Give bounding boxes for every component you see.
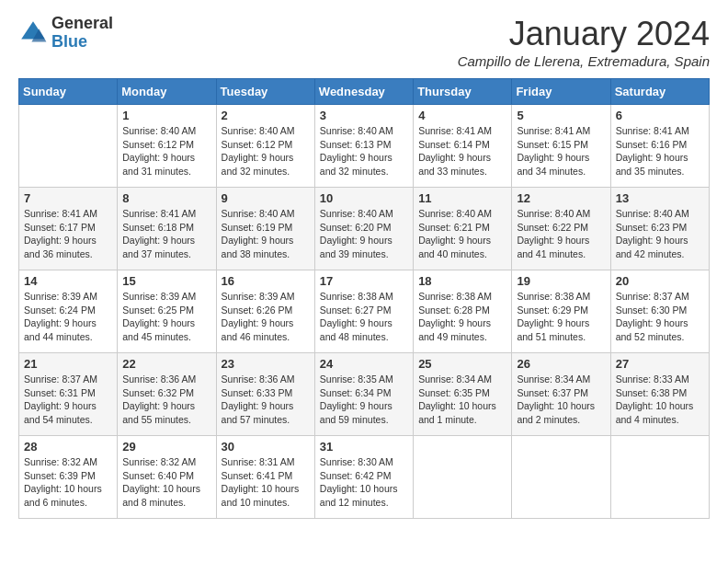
day-cell: 10Sunrise: 8:40 AMSunset: 6:20 PMDayligh… xyxy=(314,188,413,270)
day-number: 4 xyxy=(418,109,506,122)
day-cell: 7Sunrise: 8:41 AMSunset: 6:17 PMDaylight… xyxy=(19,188,118,270)
day-cell xyxy=(414,436,512,519)
day-info: Sunrise: 8:39 AMSunset: 6:25 PMDaylight:… xyxy=(122,290,210,344)
day-number: 29 xyxy=(122,440,210,454)
col-header-wednesday: Wednesday xyxy=(314,79,413,105)
day-number: 25 xyxy=(418,357,506,371)
day-number: 16 xyxy=(222,274,310,288)
day-number: 10 xyxy=(320,191,408,205)
day-info: Sunrise: 8:40 AMSunset: 6:22 PMDaylight:… xyxy=(517,207,605,261)
day-info: Sunrise: 8:33 AMSunset: 6:38 PMDaylight:… xyxy=(616,373,704,427)
day-info: Sunrise: 8:40 AMSunset: 6:13 PMDaylight:… xyxy=(320,124,408,178)
day-cell: 16Sunrise: 8:39 AMSunset: 6:26 PMDayligh… xyxy=(216,270,314,353)
day-info: Sunrise: 8:40 AMSunset: 6:12 PMDaylight:… xyxy=(122,124,210,178)
day-number: 2 xyxy=(222,109,310,122)
day-number: 24 xyxy=(320,357,408,371)
day-info: Sunrise: 8:41 AMSunset: 6:14 PMDaylight:… xyxy=(418,124,506,178)
day-info: Sunrise: 8:39 AMSunset: 6:24 PMDaylight:… xyxy=(24,290,112,344)
logo-general-text: General xyxy=(51,15,113,33)
day-info: Sunrise: 8:40 AMSunset: 6:19 PMDaylight:… xyxy=(222,207,310,261)
week-row-5: 28Sunrise: 8:32 AMSunset: 6:39 PMDayligh… xyxy=(19,436,710,519)
day-number: 13 xyxy=(616,191,704,205)
day-number: 9 xyxy=(222,191,310,205)
day-number: 30 xyxy=(222,440,310,454)
day-cell: 21Sunrise: 8:37 AMSunset: 6:31 PMDayligh… xyxy=(19,353,118,436)
day-number: 21 xyxy=(24,357,112,371)
day-info: Sunrise: 8:40 AMSunset: 6:12 PMDaylight:… xyxy=(222,124,310,178)
col-header-tuesday: Tuesday xyxy=(216,79,314,105)
col-header-sunday: Sunday xyxy=(19,79,118,105)
day-cell: 3Sunrise: 8:40 AMSunset: 6:13 PMDaylight… xyxy=(314,105,413,188)
day-info: Sunrise: 8:34 AMSunset: 6:37 PMDaylight:… xyxy=(517,373,605,427)
day-number: 31 xyxy=(320,440,408,454)
day-cell: 17Sunrise: 8:38 AMSunset: 6:27 PMDayligh… xyxy=(314,270,413,353)
header: General Blue January 2024 Campillo de Ll… xyxy=(18,15,710,69)
col-header-thursday: Thursday xyxy=(414,79,512,105)
day-number: 19 xyxy=(517,274,605,288)
day-info: Sunrise: 8:34 AMSunset: 6:35 PMDaylight:… xyxy=(418,373,506,427)
day-cell: 8Sunrise: 8:41 AMSunset: 6:18 PMDaylight… xyxy=(118,188,216,270)
day-number: 6 xyxy=(616,109,704,122)
day-cell xyxy=(610,436,709,519)
day-cell: 1Sunrise: 8:40 AMSunset: 6:12 PMDaylight… xyxy=(118,105,216,188)
day-cell: 19Sunrise: 8:38 AMSunset: 6:29 PMDayligh… xyxy=(512,270,610,353)
day-cell: 14Sunrise: 8:39 AMSunset: 6:24 PMDayligh… xyxy=(19,270,118,353)
day-number: 22 xyxy=(122,357,210,371)
logo: General Blue xyxy=(18,15,113,52)
day-number: 14 xyxy=(24,274,112,288)
location-subtitle: Campillo de Llerena, Extremadura, Spain xyxy=(458,53,710,69)
logo-blue-text: Blue xyxy=(51,33,113,52)
day-info: Sunrise: 8:41 AMSunset: 6:18 PMDaylight:… xyxy=(122,207,210,261)
day-cell: 15Sunrise: 8:39 AMSunset: 6:25 PMDayligh… xyxy=(118,270,216,353)
day-cell: 25Sunrise: 8:34 AMSunset: 6:35 PMDayligh… xyxy=(414,353,512,436)
day-info: Sunrise: 8:30 AMSunset: 6:42 PMDaylight:… xyxy=(320,455,408,510)
day-cell: 6Sunrise: 8:41 AMSunset: 6:16 PMDaylight… xyxy=(610,105,709,188)
day-cell: 23Sunrise: 8:36 AMSunset: 6:33 PMDayligh… xyxy=(216,353,314,436)
day-info: Sunrise: 8:37 AMSunset: 6:31 PMDaylight:… xyxy=(24,373,112,427)
day-number: 18 xyxy=(418,274,506,288)
day-info: Sunrise: 8:40 AMSunset: 6:23 PMDaylight:… xyxy=(616,207,704,261)
day-info: Sunrise: 8:36 AMSunset: 6:32 PMDaylight:… xyxy=(122,373,210,427)
day-info: Sunrise: 8:32 AMSunset: 6:39 PMDaylight:… xyxy=(24,455,112,510)
col-header-friday: Friday xyxy=(512,79,610,105)
day-cell xyxy=(19,105,118,188)
day-cell: 22Sunrise: 8:36 AMSunset: 6:32 PMDayligh… xyxy=(118,353,216,436)
day-info: Sunrise: 8:35 AMSunset: 6:34 PMDaylight:… xyxy=(320,373,408,427)
title-area: January 2024 Campillo de Llerena, Extrem… xyxy=(458,15,710,69)
day-cell: 18Sunrise: 8:38 AMSunset: 6:28 PMDayligh… xyxy=(414,270,512,353)
day-cell: 2Sunrise: 8:40 AMSunset: 6:12 PMDaylight… xyxy=(216,105,314,188)
day-number: 28 xyxy=(24,440,112,454)
day-cell: 29Sunrise: 8:32 AMSunset: 6:40 PMDayligh… xyxy=(118,436,216,519)
day-cell: 27Sunrise: 8:33 AMSunset: 6:38 PMDayligh… xyxy=(610,353,709,436)
day-info: Sunrise: 8:40 AMSunset: 6:20 PMDaylight:… xyxy=(320,207,408,261)
day-number: 1 xyxy=(122,109,210,122)
week-row-2: 7Sunrise: 8:41 AMSunset: 6:17 PMDaylight… xyxy=(19,188,710,270)
logo-icon xyxy=(18,18,48,48)
day-number: 3 xyxy=(320,109,408,122)
day-number: 7 xyxy=(24,191,112,205)
day-info: Sunrise: 8:32 AMSunset: 6:40 PMDaylight:… xyxy=(122,455,210,510)
day-cell: 4Sunrise: 8:41 AMSunset: 6:14 PMDaylight… xyxy=(414,105,512,188)
day-cell: 30Sunrise: 8:31 AMSunset: 6:41 PMDayligh… xyxy=(216,436,314,519)
col-header-saturday: Saturday xyxy=(610,79,709,105)
month-title: January 2024 xyxy=(458,15,710,53)
day-number: 5 xyxy=(517,109,605,122)
day-cell: 5Sunrise: 8:41 AMSunset: 6:15 PMDaylight… xyxy=(512,105,610,188)
day-number: 17 xyxy=(320,274,408,288)
day-number: 11 xyxy=(418,191,506,205)
col-header-monday: Monday xyxy=(118,79,216,105)
day-info: Sunrise: 8:38 AMSunset: 6:28 PMDaylight:… xyxy=(418,290,506,344)
day-info: Sunrise: 8:40 AMSunset: 6:21 PMDaylight:… xyxy=(418,207,506,261)
week-row-1: 1Sunrise: 8:40 AMSunset: 6:12 PMDaylight… xyxy=(19,105,710,188)
day-number: 12 xyxy=(517,191,605,205)
day-cell: 24Sunrise: 8:35 AMSunset: 6:34 PMDayligh… xyxy=(314,353,413,436)
day-number: 15 xyxy=(122,274,210,288)
day-cell: 20Sunrise: 8:37 AMSunset: 6:30 PMDayligh… xyxy=(610,270,709,353)
day-cell: 26Sunrise: 8:34 AMSunset: 6:37 PMDayligh… xyxy=(512,353,610,436)
day-number: 27 xyxy=(616,357,704,371)
day-info: Sunrise: 8:39 AMSunset: 6:26 PMDaylight:… xyxy=(222,290,310,344)
day-cell: 31Sunrise: 8:30 AMSunset: 6:42 PMDayligh… xyxy=(314,436,413,519)
day-cell: 9Sunrise: 8:40 AMSunset: 6:19 PMDaylight… xyxy=(216,188,314,270)
day-cell xyxy=(512,436,610,519)
day-info: Sunrise: 8:41 AMSunset: 6:16 PMDaylight:… xyxy=(616,124,704,178)
